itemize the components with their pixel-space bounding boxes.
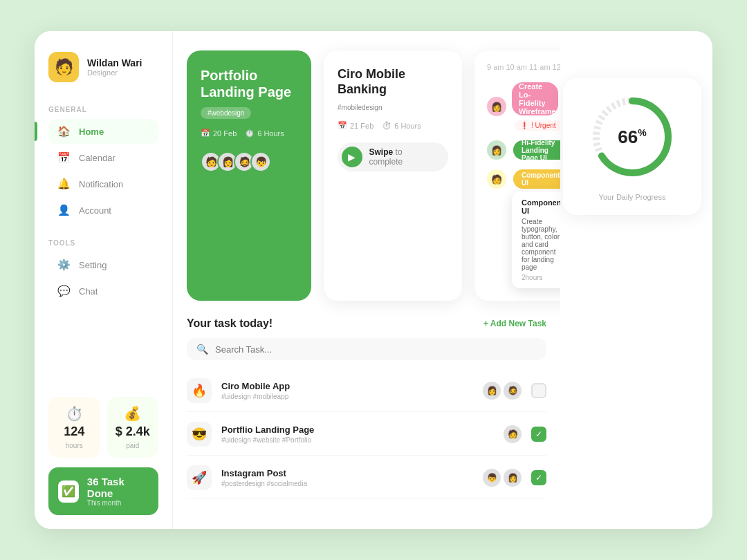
wireframe-avatar: 👩 (487, 97, 506, 116)
tooltip-time: 2hours (522, 274, 560, 281)
profile: 🧑 Wildan Wari Designer (48, 52, 158, 82)
right-panel: 66% Your Daily Progress (560, 31, 712, 529)
task-done-icon: ✅ (58, 480, 79, 503)
task-info-portflio: Portflio Landing Page #uidesign #website… (221, 424, 494, 444)
portfolio-date: 📅 20 Feb (201, 129, 237, 138)
portfolio-meta: 📅 20 Feb ⏱️ 6 Hours (201, 129, 297, 138)
mobile-banking-card[interactable]: Ciro Mobile Banking #mobiledesign 📅 21 F… (324, 50, 462, 301)
time-11am: 11 am (529, 63, 551, 71)
progress-center: 66% (618, 127, 646, 148)
cards-row: Portfolio Landing Page #webdesign 📅 20 F… (187, 50, 546, 301)
task-check-portflio[interactable]: ✓ (531, 427, 546, 442)
sidebar: 🧑 Wildan Wari Designer GENERAL 🏠 Home 📅 … (35, 31, 173, 529)
add-task-button[interactable]: + Add New Task (483, 319, 546, 328)
sidebar-item-notification[interactable]: 🔔 Notification (48, 171, 158, 196)
task-check-ciro[interactable] (531, 383, 546, 398)
general-label: GENERAL (48, 106, 158, 113)
task-tags-portflio: #uidesign #website #Portfolio (221, 436, 494, 444)
sidebar-item-home[interactable]: 🏠 Home (48, 119, 158, 144)
time-12am: 12 am (553, 63, 560, 71)
urgent-badge: ❗ ! Urgent (515, 120, 560, 131)
task-done-card: ✅ 36 Task Done This month (48, 467, 158, 515)
portfolio-card-title: Portfolio Landing Page (201, 67, 297, 100)
task-emoji-rocket: 🚀 (187, 465, 212, 490)
clock-icon: ⏱️ (66, 405, 83, 422)
time-9am: 9 am (487, 63, 504, 71)
task-avatars-ciro: 👩 🧔 (483, 382, 522, 400)
sidebar-item-calendar[interactable]: 📅 Calendar (48, 145, 158, 170)
search-input[interactable] (215, 344, 537, 355)
progress-label: Your Daily Progress (599, 193, 666, 201)
task-tags-instagram: #posterdesign #socialmedia (221, 480, 473, 487)
chat-icon: 💬 (57, 285, 71, 297)
progress-card: 66% Your Daily Progress (563, 78, 701, 215)
sidebar-item-account[interactable]: 👤 Account (48, 198, 158, 223)
sidebar-item-label-calendar: Calendar (79, 153, 116, 163)
tooltip-title: Component UI (522, 198, 560, 215)
sidebar-item-chat[interactable]: 💬 Chat (48, 279, 158, 304)
task-check-instagram[interactable]: ✓ (531, 470, 546, 485)
tasks-section: Your task today! + Add New Task 🔍 🔥 Ciro… (187, 317, 546, 499)
swipe-circle-icon: ▶ (342, 147, 362, 167)
component-bar: Component UI (513, 169, 560, 189)
portfolio-hours: ⏱️ 6 Hours (245, 129, 284, 138)
sidebar-bottom: ⏱️ 124 hours 💰 $ 2.4k paid ✅ 36 Task Don… (48, 397, 158, 515)
tasks-header: Your task today! + Add New Task (187, 317, 546, 330)
timeline-card: 9 am 10 am 11 am 12 am 👩 Crea (474, 50, 560, 301)
paid-label: paid (126, 442, 139, 449)
sidebar-item-setting[interactable]: ⚙️ Setting (48, 252, 158, 277)
timeline-header: 9 am 10 am 11 am 12 am (487, 63, 560, 71)
timeline-event-wireframe: 👩 Create Lo-Fidelity Wireframe ❗ ! Urgen (487, 82, 560, 131)
profile-name: Wildan Wari (87, 57, 142, 68)
landing-bar: Hi-Fidelity Landing Page UI (513, 140, 560, 160)
av-4: 👦 (250, 151, 271, 172)
task-done-label: This month (87, 499, 149, 507)
table-row: 🔥 Ciro Mobile App #uidesign #mobileapp 👩… (187, 370, 546, 412)
calendar-icon: 📅 (57, 151, 71, 164)
component-label: Component UI (522, 171, 560, 187)
swipe-text: Swipe to complete (369, 147, 437, 167)
hours-value: 124 (64, 424, 84, 439)
sidebar-item-label-home: Home (79, 127, 104, 137)
timeline-event-landing: 👩 Hi-Fidelity Landing Page UI (487, 140, 560, 160)
task-name-instagram: Instagram Post (221, 468, 473, 478)
table-row: 😎 Portflio Landing Page #uidesign #websi… (187, 413, 546, 456)
hours-card: ⏱️ 124 hours (48, 397, 100, 458)
stats-cards: ⏱️ 124 hours 💰 $ 2.4k paid (48, 397, 158, 458)
task-emoji-cool: 😎 (187, 422, 212, 447)
money-icon: 💰 (124, 405, 141, 422)
task-av-3: 🧑 (504, 425, 522, 443)
landing-label: Hi-Fidelity Landing Page UI (522, 139, 560, 162)
calendar-small-icon: 📅 (201, 129, 210, 138)
task-done-info: 36 Task Done This month (87, 476, 149, 507)
nav-general: GENERAL 🏠 Home 📅 Calendar 🔔 Notification… (48, 103, 158, 224)
time-10am: 10 am (506, 63, 527, 71)
mobile-hours: ⏱️ 6 Hours (382, 121, 421, 130)
swipe-button[interactable]: ▶ Swipe to complete (338, 142, 448, 171)
task-emoji-fire: 🔥 (187, 378, 212, 403)
cal-icon: 📅 (338, 121, 347, 130)
timeline-events: 👩 Create Lo-Fidelity Wireframe ❗ ! Urgen (487, 82, 560, 288)
task-av-2: 🧔 (504, 382, 522, 400)
clock-small-icon: ⏱️ (245, 129, 255, 138)
clk-icon: ⏱️ (382, 121, 391, 130)
wireframe-label: Create Lo-Fidelity Wireframe (519, 82, 556, 115)
portfolio-card[interactable]: Portfolio Landing Page #webdesign 📅 20 F… (187, 50, 311, 301)
main-content: Portfolio Landing Page #webdesign 📅 20 F… (173, 31, 560, 529)
sidebar-item-label-setting: Setting (79, 260, 107, 270)
search-bar: 🔍 (187, 338, 546, 360)
profile-info: Wildan Wari Designer (87, 57, 142, 77)
task-avatars-portflio: 🧑 (504, 425, 522, 443)
mobile-tag: #mobiledesign (338, 104, 448, 111)
component-avatar: 🧑 (487, 169, 506, 189)
hours-label: hours (66, 442, 83, 449)
mobile-meta: 📅 21 Feb ⏱️ 6 Hours (338, 121, 448, 130)
tasks-title: Your task today! (187, 317, 273, 330)
task-info-instagram: Instagram Post #posterdesign #socialmedi… (221, 468, 473, 487)
sidebar-item-label-chat: Chat (79, 286, 98, 297)
search-icon: 🔍 (196, 344, 208, 355)
sidebar-item-label-account: Account (79, 205, 111, 216)
home-icon: 🏠 (57, 125, 71, 138)
nav-tools: TOOLS ⚙️ Setting 💬 Chat (48, 236, 158, 305)
urgent-icon: ❗ (520, 122, 528, 129)
